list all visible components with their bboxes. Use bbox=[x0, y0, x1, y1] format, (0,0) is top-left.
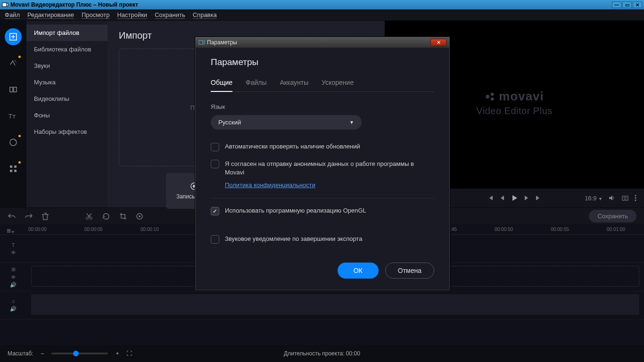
movavi-icon bbox=[485, 91, 496, 102]
skip-start-icon[interactable] bbox=[487, 195, 494, 201]
check-updates-label: Автоматически проверять наличие обновлен… bbox=[225, 143, 360, 150]
frame-back-icon[interactable] bbox=[499, 195, 505, 201]
menu-file[interactable]: Файл bbox=[5, 11, 20, 19]
ok-button[interactable]: ОК bbox=[338, 263, 379, 279]
sound-notify-label: Звуковое уведомление по завершении экспо… bbox=[225, 235, 362, 242]
rail-titles-icon[interactable]: Tᴛ bbox=[5, 107, 22, 124]
frame-forward-icon[interactable] bbox=[524, 195, 529, 201]
tab-accounts[interactable]: Аккаунты bbox=[280, 79, 309, 91]
rail-transitions-icon[interactable] bbox=[5, 81, 22, 98]
undo-icon[interactable] bbox=[8, 212, 16, 221]
aspect-ratio-selector[interactable]: 16:9 ▼ bbox=[585, 195, 603, 202]
rail-more-icon[interactable] bbox=[5, 160, 22, 177]
tab-files[interactable]: Файлы bbox=[246, 79, 266, 91]
dialog-close-button[interactable]: ✕ bbox=[430, 39, 446, 46]
close-button[interactable]: ✕ bbox=[633, 1, 642, 8]
opengl-checkbox[interactable]: ✓ bbox=[211, 207, 219, 215]
time-mark: 00:00:55 bbox=[551, 227, 569, 232]
zoom-in-icon[interactable]: + bbox=[116, 350, 119, 357]
dialog-footer: ОК Отмена bbox=[211, 263, 434, 279]
menu-view[interactable]: Просмотр bbox=[82, 11, 109, 19]
menu-settings[interactable]: Настройки bbox=[117, 11, 147, 19]
fit-icon[interactable]: ⛶ bbox=[126, 350, 132, 357]
time-mark: 00:00:10 bbox=[140, 227, 159, 232]
window-title: Movavi Видеоредактор Плюс – Новый проект bbox=[10, 1, 138, 8]
svg-point-5 bbox=[16, 62, 17, 63]
anon-data-checkbox[interactable] bbox=[211, 160, 219, 168]
cancel-button[interactable]: Отмена bbox=[385, 263, 434, 279]
zoom-out-icon[interactable]: – bbox=[41, 350, 44, 357]
svg-point-27 bbox=[139, 215, 140, 217]
duration-label: Длительность проекта: bbox=[284, 350, 344, 357]
zoom-handle[interactable] bbox=[73, 351, 79, 356]
rotate-icon[interactable] bbox=[102, 212, 110, 221]
side-item-music[interactable]: Музыка bbox=[26, 74, 107, 90]
rail-stickers-icon[interactable] bbox=[5, 134, 22, 151]
menu-edit[interactable]: Редактирование bbox=[27, 11, 74, 19]
side-item-backgrounds[interactable]: Фоны bbox=[26, 107, 107, 123]
tab-acceleration[interactable]: Ускорение bbox=[322, 79, 354, 91]
svg-rect-11 bbox=[14, 165, 17, 168]
svg-point-21 bbox=[635, 195, 636, 197]
snapshot-icon[interactable] bbox=[621, 194, 629, 202]
color-icon[interactable] bbox=[136, 213, 143, 220]
svg-text:Tᴛ: Tᴛ bbox=[8, 113, 16, 119]
language-dropdown[interactable]: Русский ▼ bbox=[211, 115, 362, 130]
audio-track[interactable]: ♫🔊 bbox=[0, 291, 644, 320]
rail-import-icon[interactable] bbox=[5, 28, 22, 45]
add-track-icon[interactable]: ≡₊ bbox=[7, 226, 15, 235]
svg-rect-19 bbox=[622, 196, 628, 200]
tab-general[interactable]: Общие bbox=[211, 79, 232, 92]
dialog-heading: Параметры bbox=[211, 57, 434, 67]
delete-icon[interactable] bbox=[41, 212, 49, 221]
zoom-slider[interactable] bbox=[51, 353, 108, 354]
save-button[interactable]: Сохранить bbox=[589, 210, 636, 222]
app-icon bbox=[2, 1, 8, 8]
cut-icon[interactable] bbox=[85, 212, 93, 221]
play-icon[interactable] bbox=[511, 194, 518, 202]
minimize-button[interactable]: — bbox=[612, 1, 621, 8]
svg-point-17 bbox=[491, 92, 494, 96]
side-item-effect-packs[interactable]: Наборы эффектов bbox=[26, 123, 107, 140]
brand-text: movavi bbox=[499, 89, 544, 104]
audio-track-icon: ♫ bbox=[11, 298, 15, 304]
menu-save[interactable]: Сохранить bbox=[155, 11, 185, 19]
side-item-library[interactable]: Библиотека файлов bbox=[26, 41, 107, 58]
side-item-sounds[interactable]: Звуки bbox=[26, 58, 107, 74]
side-item-clips[interactable]: Видеоклипы bbox=[26, 90, 107, 107]
eye-icon[interactable]: 👁 bbox=[11, 250, 16, 255]
sound-notify-checkbox[interactable] bbox=[211, 235, 219, 244]
left-rail: Tᴛ bbox=[0, 21, 26, 207]
opengl-label: Использовать программную реализацию Open… bbox=[225, 207, 366, 214]
redo-icon[interactable] bbox=[25, 212, 33, 221]
dialog-titlebar[interactable]: Параметры ✕ bbox=[196, 37, 449, 48]
time-mark: 00:00:50 bbox=[495, 227, 513, 232]
mute-icon[interactable]: 🔊 bbox=[10, 306, 17, 312]
svg-rect-28 bbox=[199, 41, 203, 44]
duration-value: 00:00 bbox=[346, 350, 360, 357]
menu-bar: Файл Редактирование Просмотр Настройки С… bbox=[0, 9, 644, 21]
time-mark: 00:01:00 bbox=[607, 227, 625, 232]
eye-icon[interactable]: 👁 bbox=[11, 274, 16, 280]
menu-help[interactable]: Справка bbox=[193, 11, 217, 19]
mute-icon[interactable]: 🔊 bbox=[10, 282, 17, 288]
time-mark: 00:00:05 bbox=[84, 227, 103, 232]
svg-point-22 bbox=[635, 197, 636, 199]
svg-rect-12 bbox=[10, 170, 12, 172]
settings-dialog: Параметры ✕ Параметры Общие Файлы Аккаун… bbox=[195, 37, 450, 290]
volume-icon[interactable] bbox=[608, 194, 616, 202]
privacy-link[interactable]: Политика конфиденциальности bbox=[225, 181, 434, 189]
more-icon[interactable] bbox=[635, 195, 636, 201]
side-item-import[interactable]: Импорт файлов bbox=[26, 25, 107, 41]
svg-rect-10 bbox=[10, 165, 12, 168]
skip-end-icon[interactable] bbox=[535, 195, 542, 201]
maximize-button[interactable]: ▭ bbox=[622, 1, 632, 8]
audio-region[interactable] bbox=[31, 294, 639, 315]
language-value: Русский bbox=[218, 119, 241, 126]
side-panel: Импорт файлов Библиотека файлов Звуки Му… bbox=[26, 21, 107, 207]
crop-icon[interactable] bbox=[119, 212, 127, 221]
check-updates-checkbox[interactable] bbox=[211, 143, 219, 151]
rail-effects-icon[interactable] bbox=[5, 55, 22, 72]
window-controls: — ▭ ✕ bbox=[612, 1, 642, 8]
preview-logo: movavi Video Editor Plus bbox=[476, 89, 553, 116]
